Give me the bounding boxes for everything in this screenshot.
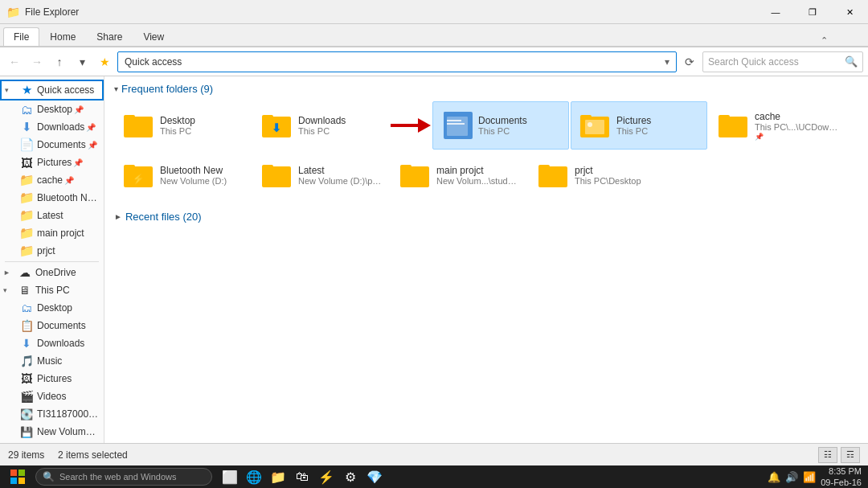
- taskbar-clock[interactable]: 8:35 PM 09-Feb-16: [821, 465, 862, 488]
- folders-grid: Desktop This PC ⬇ Downloads This PC: [114, 101, 858, 199]
- up-button[interactable]: ↑: [50, 52, 69, 72]
- statusbar: 29 items 2 items selected ☷ ☶: [0, 443, 868, 465]
- sidebar-quick-access-label: Quick access: [37, 84, 94, 96]
- tab-file[interactable]: File: [3, 27, 39, 46]
- back-button[interactable]: ←: [5, 52, 24, 72]
- refresh-button[interactable]: ⟳: [680, 52, 699, 72]
- prjct-tile-info: prjct This PC\Desktop: [570, 165, 658, 186]
- recent-files-chevron[interactable]: ►: [114, 212, 122, 221]
- search-box[interactable]: Search Quick access 🔍: [702, 51, 863, 72]
- sidebar-item-quick-access[interactable]: ▾ ★ Quick access: [0, 80, 104, 100]
- tab-home[interactable]: Home: [39, 27, 86, 46]
- svg-point-15: [588, 122, 592, 127]
- sidebar-item-onedrive[interactable]: ► ☁ OneDrive: [0, 264, 104, 281]
- folder-tile-pictures[interactable]: Pictures This PC: [571, 101, 707, 150]
- pictures-tile-info: Pictures This PC: [612, 115, 700, 136]
- edge-icon[interactable]: 🌐: [243, 465, 265, 488]
- sidebar-item-drive-d[interactable]: 💾 New Volume (D:): [0, 423, 104, 441]
- list-view-button[interactable]: ☷: [818, 447, 837, 463]
- app1-icon[interactable]: ⚡: [315, 465, 338, 488]
- app3-icon[interactable]: 💎: [363, 465, 386, 488]
- start-button[interactable]: [3, 465, 32, 488]
- folder-tile-latest[interactable]: Latest New Volume (D:)\project: [252, 151, 389, 199]
- main-projct-folder-icon: 📁: [19, 226, 34, 240]
- titlebar-text: File Explorer: [25, 6, 862, 18]
- sidebar-item-this-pc-documents[interactable]: 📋 Documents: [0, 317, 104, 334]
- frequent-folders-header: ▾ Frequent folders (9): [114, 83, 858, 95]
- address-box[interactable]: Quick access ▾: [117, 51, 677, 72]
- taskbar-search-placeholder: Search the web and Windows: [59, 472, 177, 482]
- ribbon: File Home Share View ⌃: [0, 24, 868, 47]
- this-pc-expand-icon: ▾: [3, 286, 13, 294]
- sidebar-item-main-projct[interactable]: 📁 main projct: [0, 224, 104, 242]
- folder-tile-downloads[interactable]: ⬇ Downloads This PC: [252, 101, 389, 150]
- svg-rect-10: [447, 120, 461, 121]
- close-button[interactable]: ✕: [831, 0, 868, 24]
- maximize-button[interactable]: ❐: [794, 0, 831, 24]
- documents-tile-info: Documents This PC: [473, 115, 562, 136]
- task-view-button[interactable]: ⬜: [219, 465, 241, 488]
- sidebar-item-this-pc-downloads[interactable]: ⬇ Downloads: [0, 334, 104, 352]
- cache-tile-icon: [716, 109, 750, 142]
- sidebar-item-documents[interactable]: 📄 Documents 📌: [0, 136, 104, 154]
- tab-share[interactable]: Share: [86, 27, 133, 46]
- folder-tile-bluetooth-new[interactable]: ⚡ Bluetooth New New Volume (D:): [114, 151, 251, 199]
- volume-icon[interactable]: 🔊: [785, 471, 798, 483]
- status-items-count: 29 items 2 items selected: [8, 449, 818, 461]
- minimize-button[interactable]: —: [757, 0, 794, 24]
- file-explorer-taskbar-icon[interactable]: 📁: [267, 465, 289, 488]
- svg-text:⚡: ⚡: [132, 172, 145, 186]
- taskbar-search-box[interactable]: 🔍 Search the web and Windows: [35, 468, 212, 486]
- sidebar-item-latest[interactable]: 📁 Latest: [0, 207, 104, 224]
- sidebar-item-music[interactable]: 🎵 Music: [0, 352, 104, 370]
- sidebar-item-prjct[interactable]: 📁 prjct: [0, 242, 104, 260]
- drive-c-icon: 💽: [19, 407, 34, 421]
- grid-view-button[interactable]: ☶: [841, 447, 860, 463]
- sidebar-item-pictures[interactable]: 🖼 Pictures 📌: [0, 154, 104, 171]
- sidebar-item-bluetooth-new[interactable]: 📁 Bluetooth New: [0, 189, 104, 207]
- documents-folder-icon: 📄: [19, 137, 34, 152]
- ribbon-collapse-icon[interactable]: ⌃: [821, 35, 828, 46]
- tab-view[interactable]: View: [133, 27, 174, 46]
- folder-tile-prjct[interactable]: prjct This PC\Desktop: [529, 151, 665, 199]
- sidebar-item-drive-c[interactable]: 💽 TI31187000A (C:): [0, 405, 104, 423]
- main-projct-tile-info: main projct New Volum...\study materials: [432, 165, 520, 186]
- forward-button[interactable]: →: [27, 52, 47, 72]
- taskbar-time: 8:35 PM: [821, 465, 862, 477]
- svg-rect-17: [719, 115, 730, 120]
- notification-icon[interactable]: 🔔: [768, 471, 780, 483]
- folder-tile-desktop[interactable]: Desktop This PC: [114, 101, 251, 150]
- red-arrow: [391, 113, 431, 137]
- taskbar-icons: ⬜ 🌐 📁 🛍 ⚡ ⚙ 💎: [219, 465, 386, 488]
- folder-tile-documents[interactable]: Documents This PC: [432, 101, 569, 150]
- svg-rect-22: [262, 165, 273, 170]
- svg-rect-9: [447, 117, 468, 136]
- bluetooth-new-tile-info: Bluetooth New New Volume (D:): [155, 165, 244, 186]
- onedrive-expand-icon: ►: [3, 269, 13, 277]
- app2-icon[interactable]: ⚙: [339, 465, 362, 488]
- latest-tile-info: Latest New Volume (D:)\project: [293, 165, 382, 186]
- latest-tile-icon: [260, 158, 293, 192]
- sidebar-item-downloads[interactable]: ⬇ Downloads 📌: [0, 118, 104, 136]
- addressbar: ← → ↑ ▾ ★ Quick access ▾ ⟳ Search Quick …: [0, 47, 868, 76]
- this-pc-desktop-icon: 🗂: [19, 301, 34, 315]
- folder-tile-cache[interactable]: cache This PC\...\UCDownloadsHD 📌: [709, 101, 845, 150]
- frequent-folders-chevron[interactable]: ▾: [114, 84, 118, 93]
- sidebar-item-pictures[interactable]: 🖼 Pictures: [0, 370, 104, 388]
- content-area: ▾ Frequent folders (9) Desktop This PC: [104, 76, 868, 466]
- recent-files-header: ► Recent files (20): [114, 211, 858, 223]
- folder-tile-main-projct[interactable]: main projct New Volum...\study materials: [391, 151, 527, 199]
- recent-locations-button[interactable]: ▾: [72, 52, 92, 72]
- sidebar-item-this-pc[interactable]: ▾ 🖥 This PC: [0, 281, 104, 299]
- onedrive-icon: ☁: [18, 265, 32, 280]
- music-icon: 🎵: [19, 354, 34, 368]
- sidebar-item-cache[interactable]: 📁 cache 📌: [0, 171, 104, 189]
- sidebar-item-desktop[interactable]: 🗂 Desktop 📌: [0, 100, 104, 118]
- sidebar-item-videos[interactable]: 🎬 Videos: [0, 388, 104, 405]
- sidebar-item-this-pc-desktop[interactable]: 🗂 Desktop: [0, 299, 104, 317]
- pin-button[interactable]: ★: [95, 52, 114, 72]
- network-sys-icon[interactable]: 📶: [803, 471, 816, 483]
- status-view-controls: ☷ ☶: [818, 447, 860, 463]
- search-icon: 🔍: [845, 55, 858, 68]
- store-icon[interactable]: 🛍: [291, 465, 313, 488]
